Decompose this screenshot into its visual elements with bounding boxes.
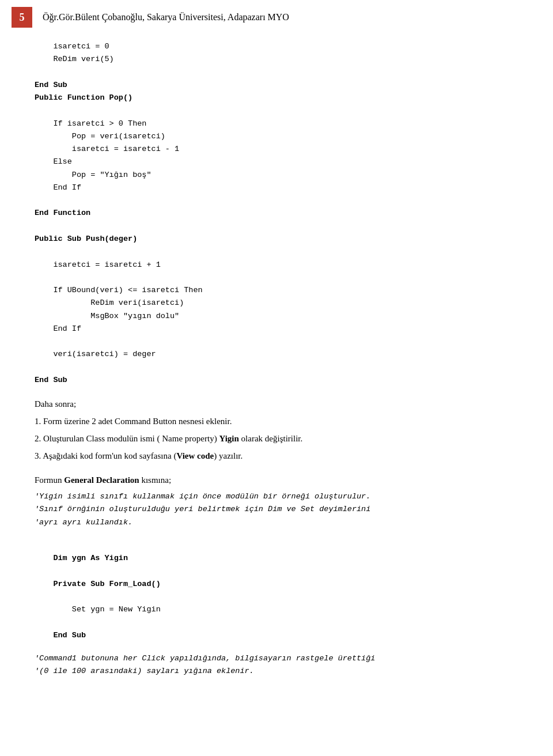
end-sub-push-bold: End Sub bbox=[35, 376, 67, 384]
code-dim-block: Dim ygn As Yigin Private Sub Form_Load()… bbox=[35, 539, 518, 642]
item3-rest: ) yazılır. bbox=[214, 451, 243, 460]
comment-line-5: '(0 ile 100 arasındaki) sayları yığına e… bbox=[35, 665, 518, 678]
comment-line-4: 'Command1 butonuna her Click yapıldığınd… bbox=[35, 652, 518, 665]
page-header: 5 Öğr.Gör.Bülent Çobanoğlu, Sakarya Üniv… bbox=[0, 0, 553, 35]
main-content: isaretci = 0 ReDim veri(5) End Sub Publi… bbox=[0, 35, 553, 695]
end-sub-form-bold: End Sub bbox=[35, 631, 86, 640]
item2-bold: Yigin bbox=[219, 434, 238, 443]
numbered-item-3: 3. Aşağıdaki kod form'un kod sayfasına (… bbox=[35, 449, 518, 463]
end-function-bold: End Function bbox=[35, 209, 90, 217]
page-container: 5 Öğr.Gör.Bülent Çobanoğlu, Sakarya Üniv… bbox=[0, 0, 553, 756]
formun-bold: General Declaration bbox=[64, 475, 139, 485]
item2-text: 2. Oluşturulan Class modulün ismi ( Name… bbox=[35, 434, 219, 443]
formun-label: Formun General Declaration kısmına; bbox=[35, 473, 518, 487]
formun-text: Formun bbox=[35, 475, 64, 485]
daha-sonra-text: Daha sonra; bbox=[35, 397, 518, 411]
public-function-bold: Public Function Pop() bbox=[35, 93, 132, 102]
comment-line-2: 'Sınıf örnğinin oluşturulduğu yeri belir… bbox=[35, 503, 518, 516]
private-sub-bold: Private Sub Form_Load() bbox=[35, 580, 161, 588]
end-sub-bold: End Sub bbox=[35, 81, 67, 89]
public-sub-push-bold: Public Sub Push(deger) bbox=[35, 235, 137, 243]
item2-rest: olarak değiştirilir. bbox=[239, 434, 302, 443]
comment-line-1: 'Yigin isimli sınıfı kullanmak için önce… bbox=[35, 490, 518, 503]
header-title: Öğr.Gör.Bülent Çobanoğlu, Sakarya Üniver… bbox=[43, 12, 289, 22]
item3-text: 3. Aşağıdaki kod form'un kod sayfasına ( bbox=[35, 451, 176, 460]
numbered-item-1: 1. Form üzerine 2 adet Command Button ne… bbox=[35, 414, 518, 428]
comment-line-3: 'ayrı ayrı kullandık. bbox=[35, 516, 518, 529]
numbered-item-2: 2. Oluşturulan Class modulün ismi ( Name… bbox=[35, 432, 518, 445]
dim-ygn-bold: Dim ygn As Yigin bbox=[35, 554, 128, 562]
set-ygn: Set ygn = New Yigin bbox=[35, 605, 161, 614]
item3-bold: View code bbox=[176, 451, 214, 460]
page-number: 5 bbox=[12, 7, 32, 28]
formun-rest: kısmına; bbox=[139, 475, 171, 485]
code-section-1: isaretci = 0 ReDim veri(5) End Sub Publi… bbox=[35, 40, 518, 387]
